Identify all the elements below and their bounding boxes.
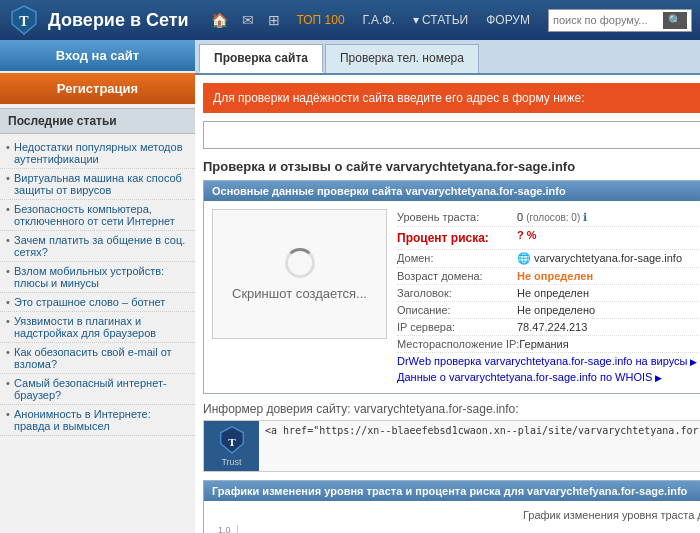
result-title: Проверка и отзывы о сайте varvarychtetya… — [203, 159, 700, 174]
graph-section-header: Графики изменения уровня траста и процен… — [204, 481, 700, 501]
description-row: Описание: Не определено — [397, 302, 700, 319]
tab-check-site[interactable]: Проверка сайта — [199, 44, 323, 73]
search-box: 🔍 — [548, 9, 692, 32]
main-content: Проверка сайта Проверка тел. номера Для … — [195, 40, 700, 533]
graph-chart: 1.0 0.5 0.0 — [237, 525, 700, 533]
domain-value: 🌐 varvarychtetyana.for-sage.info — [517, 252, 682, 265]
age-row: Возраст домена: Не определен — [397, 268, 700, 285]
sidebar-article-item[interactable]: Зачем платить за общение в соц. сетях? — [0, 231, 195, 262]
page-layout: Вход на сайт Регистрация Последние стать… — [0, 40, 700, 533]
trust-value: 0 (голосов: 0) ℹ — [517, 211, 587, 224]
site-header-label: Заголовок: — [397, 287, 517, 299]
data-section-header: Основные данные проверки сайта varvarych… — [204, 181, 700, 201]
sidebar-articles-list: Недостатки популярных методов аутентифик… — [0, 134, 195, 440]
domain-label: Домен: — [397, 252, 517, 264]
recent-articles-title: Последние статьи — [0, 108, 195, 134]
promo-banner: Для проверки надёжности сайта введите ег… — [203, 83, 700, 113]
age-value: Не определен — [517, 270, 593, 282]
data-fields: Уровень траста: 0 (голосов: 0) ℹ Процент… — [397, 209, 700, 385]
trust-info-icon[interactable]: ℹ — [583, 211, 587, 223]
register-button[interactable]: Регистрация — [0, 73, 195, 104]
login-button[interactable]: Вход на сайт — [0, 40, 195, 71]
graph-title: График изменения уровня траста для varva… — [212, 509, 700, 521]
sidebar-article-item[interactable]: Как обезопасить свой e-mail от взлома? — [0, 343, 195, 374]
sidebar-article-item[interactable]: Взлом мобильных устройств: плюсы и минус… — [0, 262, 195, 293]
sidebar-article-item[interactable]: Уязвимости в плагинах и надстройках для … — [0, 312, 195, 343]
sidebar-article-item[interactable]: Недостатки популярных методов аутентифик… — [0, 138, 195, 169]
forum-link[interactable]: ФОРУМ — [478, 9, 538, 31]
y-label-top: 1.0 — [218, 525, 231, 533]
screenshot-area: Скриншот создается... — [212, 209, 387, 339]
informer-logo-text: Trust — [221, 457, 241, 467]
logo-area: Т Доверие в Сети — [8, 4, 189, 36]
url-input[interactable] — [203, 121, 700, 149]
site-header-value: Не определен — [517, 287, 589, 299]
loading-spinner — [285, 248, 315, 278]
percent-value: ? % — [517, 229, 537, 241]
tab-check-phone[interactable]: Проверка тел. номера — [325, 44, 479, 73]
tab-bar: Проверка сайта Проверка тел. номера — [195, 40, 700, 75]
sidebar-article-item[interactable]: Это страшное слово – ботнет — [0, 293, 195, 312]
trust-row: Уровень траста: 0 (голосов: 0) ℹ — [397, 209, 700, 227]
site-header: Т Доверие в Сети 🏠 ✉ ⊞ ТОП 100 Г.А.Ф. ▾ … — [0, 0, 700, 40]
sidebar: Вход на сайт Регистрация Последние стать… — [0, 40, 195, 533]
articles-link[interactable]: ▾ СТАТЬИ — [405, 9, 476, 31]
faq-link[interactable]: Г.А.Ф. — [355, 9, 403, 31]
informer-box: Т Trust <a href="https://xn--blaeefebsd1… — [203, 420, 700, 472]
location-label: Месторасположение IP: — [397, 338, 519, 350]
location-row: Месторасположение IP: Германия — [397, 336, 700, 353]
description-label: Описание: — [397, 304, 517, 316]
ip-row: IP сервера: 78.47.224.213 — [397, 319, 700, 336]
sidebar-article-item[interactable]: Самый безопасный интернет-браузер? — [0, 374, 195, 405]
trust-label: Уровень траста: — [397, 211, 517, 223]
ip-label: IP сервера: — [397, 321, 517, 333]
home-icon[interactable]: 🏠 — [205, 8, 234, 32]
graph-body: График изменения уровня траста для varva… — [204, 501, 700, 533]
graph-section: Графики изменения уровня траста и процен… — [203, 480, 700, 533]
data-section: Основные данные проверки сайта varvarych… — [203, 180, 700, 394]
search-input[interactable] — [553, 14, 663, 26]
location-value: Германия — [519, 338, 568, 350]
screenshot-label: Скриншот создается... — [232, 286, 367, 301]
domain-row: Домен: 🌐 varvarychtetyana.for-sage.info — [397, 250, 700, 268]
mail-icon[interactable]: ✉ — [236, 8, 260, 32]
age-label: Возраст домена: — [397, 270, 517, 282]
grid-icon[interactable]: ⊞ — [262, 8, 286, 32]
svg-text:Т: Т — [19, 14, 29, 29]
header-row: Заголовок: Не определен — [397, 285, 700, 302]
nav-area: 🏠 ✉ ⊞ ТОП 100 Г.А.Ф. ▾ СТАТЬИ ФОРУМ 🔍 — [205, 8, 692, 32]
data-section-body: Скриншот создается... Уровень траста: 0 … — [204, 201, 700, 393]
sidebar-article-item[interactable]: Виртуальная машина как способ защиты от … — [0, 169, 195, 200]
ip-value: 78.47.224.213 — [517, 321, 587, 333]
search-button[interactable]: 🔍 — [663, 12, 687, 29]
content-area: Для проверки надёжности сайта введите ег… — [195, 75, 700, 533]
percent-label: Процент риска: — [397, 229, 517, 247]
graph-area: 1.0 0.5 0.0 — [237, 525, 700, 533]
virus-check-link[interactable]: DrWeb проверка varvarychtetyana.for-sage… — [397, 353, 700, 369]
informer-section: Информер доверия сайту: varvarychtetyana… — [203, 402, 700, 472]
url-input-row: ПРОВЕРКА САЙТА — [203, 121, 700, 149]
whois-link[interactable]: Данные о varvarychtetyana.for-sage.info … — [397, 369, 700, 385]
description-value: Не определено — [517, 304, 595, 316]
logo-icon: Т — [8, 4, 40, 36]
sidebar-article-item[interactable]: Анонимность в Интернете: правда и вымысе… — [0, 405, 195, 436]
informer-code[interactable]: <a href="https://xn--blaeefebsd1cwаon.xn… — [259, 421, 700, 471]
site-title: Доверие в Сети — [48, 10, 189, 31]
svg-text:Т: Т — [228, 436, 236, 448]
sidebar-article-item[interactable]: Безопасность компьютера, отключенного от… — [0, 200, 195, 231]
percent-row: Процент риска: ? % — [397, 227, 700, 250]
informer-logo: Т Trust — [204, 421, 259, 471]
informer-title: Информер доверия сайту: varvarychtetyana… — [203, 402, 700, 416]
top100-link[interactable]: ТОП 100 — [288, 9, 352, 31]
